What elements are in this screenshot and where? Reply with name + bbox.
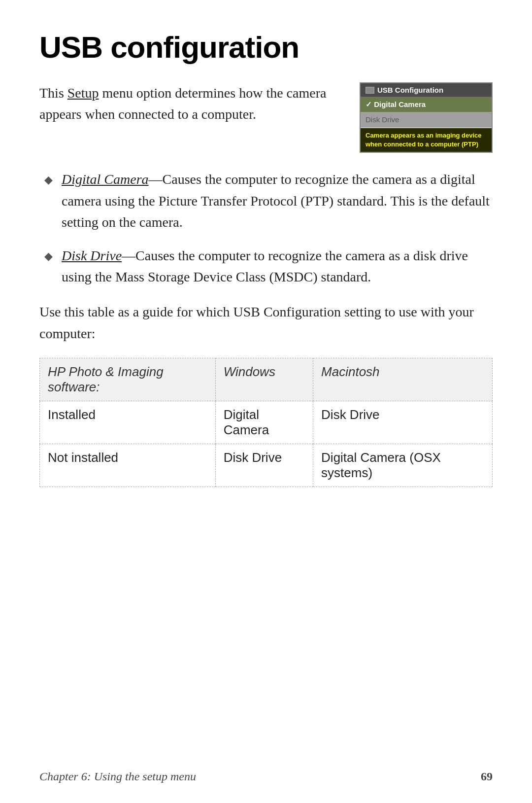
camera-ui-title: USB Configuration: [377, 86, 443, 94]
bullet-content-1: Digital Camera—Causes the computer to re…: [62, 169, 493, 233]
bullet-dot-2: ◆: [44, 248, 53, 265]
guide-text: Use this table as a guide for which USB …: [39, 301, 493, 344]
term-disk-drive: Disk Drive: [62, 248, 122, 263]
table-cell-row2-col3: Digital Camera (OSX systems): [313, 444, 493, 487]
bullet-dot-1: ◆: [44, 172, 53, 188]
intro-section: This Setup menu option determines how th…: [39, 82, 493, 153]
bullet-section: ◆ Digital Camera—Causes the computer to …: [39, 169, 493, 287]
table-header-col-3: Macintosh: [313, 358, 493, 401]
camera-ui-caption: Camera appears as an imaging device when…: [361, 128, 492, 152]
intro-paragraph: This Setup menu option determines how th…: [39, 82, 340, 125]
footer-chapter: Chapter 6: Using the setup menu: [39, 770, 196, 783]
bullet-item-digital-camera: ◆ Digital Camera—Causes the computer to …: [44, 169, 493, 233]
bullet2-text: —Causes the computer to recognize the ca…: [62, 248, 468, 284]
menu-icon: [366, 87, 374, 94]
bullet-item-disk-drive: ◆ Disk Drive—Causes the computer to reco…: [44, 245, 493, 288]
table-cell-row1-col3: Disk Drive: [313, 401, 493, 444]
table-header: HP Photo & Imaging software: Windows Mac…: [40, 358, 493, 401]
camera-ui-mockup: USB Configuration Digital Camera Disk Dr…: [360, 82, 493, 153]
table-cell-row2-col2: Disk Drive: [215, 444, 313, 487]
table-cell-row1-col1: Installed: [40, 401, 216, 444]
footer-page-number: 69: [481, 770, 493, 783]
table-header-row: HP Photo & Imaging software: Windows Mac…: [40, 358, 493, 401]
camera-ui-title-bar: USB Configuration: [361, 83, 492, 97]
footer: Chapter 6: Using the setup menu 69: [39, 770, 493, 783]
bullet-content-2: Disk Drive—Causes the computer to recogn…: [62, 245, 493, 288]
table-cell-row1-col2: Digital Camera: [215, 401, 313, 444]
camera-ui-item-digital-camera: Digital Camera: [361, 97, 492, 112]
setup-link-word: Setup: [67, 85, 99, 101]
table-header-col-2: Windows: [215, 358, 313, 401]
config-table: HP Photo & Imaging software: Windows Mac…: [39, 358, 493, 487]
table-row: Installed Digital Camera Disk Drive: [40, 401, 493, 444]
table-cell-row2-col1: Not installed: [40, 444, 216, 487]
term-digital-camera: Digital Camera: [62, 172, 149, 187]
table-row: Not installed Disk Drive Digital Camera …: [40, 444, 493, 487]
table-header-col-1: HP Photo & Imaging software:: [40, 358, 216, 401]
page-title: USB configuration: [39, 30, 493, 65]
table-body: Installed Digital Camera Disk Drive Not …: [40, 401, 493, 487]
camera-ui-item-disk-drive: Disk Drive: [361, 112, 492, 127]
